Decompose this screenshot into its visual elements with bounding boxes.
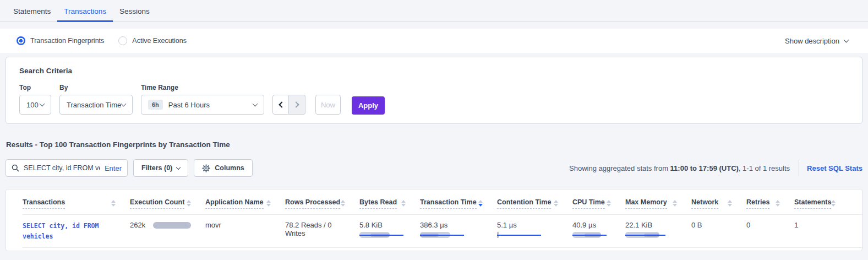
apply-button[interactable]: Apply — [352, 96, 385, 115]
search-enter-button[interactable]: Enter — [105, 164, 122, 172]
sort-icon[interactable] — [187, 200, 191, 207]
search-criteria-title: Search Criteria — [19, 67, 849, 75]
table-header-row: Transactions Execution Count Application… — [23, 192, 862, 209]
time-range-badge: 6h — [148, 100, 163, 110]
sort-icon-active-desc[interactable] — [478, 200, 483, 207]
column-header-application-name[interactable]: Application Name — [205, 198, 285, 209]
transaction-time-bar — [420, 232, 464, 239]
stats-time-range: 11:00 to 17:59 (UTC) — [670, 164, 739, 172]
sort-icon[interactable] — [728, 200, 732, 207]
transaction-fingerprint-link[interactable]: SELECT city, id FROM vehicles — [23, 221, 116, 242]
execution-count-bar — [153, 222, 191, 229]
filters-label: Filters (0) — [141, 164, 172, 172]
top-select[interactable]: 100 — [19, 95, 51, 115]
column-header-statements[interactable]: Statements — [794, 198, 849, 209]
sort-icon[interactable] — [673, 200, 677, 207]
statements-value: 1 — [794, 221, 849, 229]
previous-time-range-button[interactable] — [272, 95, 289, 115]
divider — [799, 160, 799, 176]
statement-search-box[interactable]: Enter — [6, 159, 128, 177]
sort-icon[interactable] — [111, 200, 116, 207]
cpu-time-bar — [572, 232, 616, 239]
cpu-time-value: 40.9 µs — [572, 221, 611, 229]
columns-label: Columns — [215, 164, 244, 172]
sort-icon[interactable] — [401, 200, 406, 207]
sort-icon[interactable] — [341, 200, 345, 207]
max-memory-value: 22.1 KiB — [625, 221, 677, 229]
search-input[interactable] — [24, 164, 100, 172]
tab-statements[interactable]: Statements — [7, 2, 57, 22]
column-header-rows-processed[interactable]: Rows Processed — [285, 198, 359, 209]
search-icon — [12, 164, 19, 172]
by-label: By — [59, 84, 133, 91]
column-header-transactions[interactable]: Transactions — [23, 198, 130, 209]
results-controls: Enter Filters (0) Columns Showing aggreg… — [0, 159, 868, 177]
transaction-time-value: 386.3 µs — [420, 221, 483, 229]
by-select-value: Transaction Time — [67, 101, 121, 109]
time-range-label: Time Range — [141, 84, 264, 91]
column-header-network[interactable]: Network — [691, 198, 746, 209]
max-memory-bar — [625, 232, 669, 239]
time-range-pager — [272, 95, 305, 115]
sort-icon[interactable] — [554, 200, 558, 207]
sort-icon[interactable] — [607, 200, 611, 207]
filters-button[interactable]: Filters (0) — [133, 159, 188, 177]
sort-icon[interactable] — [776, 200, 780, 207]
column-header-cpu-time[interactable]: CPU Time — [572, 198, 625, 209]
chevron-left-icon — [279, 101, 285, 107]
radio-transaction-fingerprints[interactable]: Transaction Fingerprints — [17, 36, 104, 45]
sort-icon[interactable] — [266, 200, 271, 207]
bytes-read-value: 5.8 KiB — [359, 221, 406, 229]
radio-selected-icon — [17, 36, 25, 45]
column-header-execution-count[interactable]: Execution Count — [130, 198, 205, 209]
results-heading: Results - Top 100 Transaction Fingerprin… — [6, 140, 868, 149]
time-range-select[interactable]: 6h Past 6 Hours — [141, 95, 264, 115]
chevron-down-icon — [40, 101, 45, 106]
column-header-max-memory[interactable]: Max Memory — [625, 198, 691, 209]
page-tabs: Statements Transactions Sessions — [0, 0, 868, 22]
contention-time-bar — [497, 232, 541, 239]
contention-time-value: 5.1 µs — [497, 221, 558, 229]
radio-active-executions[interactable]: Active Executions — [118, 36, 187, 45]
by-select[interactable]: Transaction Time — [59, 95, 133, 115]
gear-icon — [202, 164, 210, 172]
column-header-transaction-time[interactable]: Transaction Time — [420, 198, 497, 209]
transactions-table: Transactions Execution Count Application… — [6, 189, 862, 251]
table-row: SELECT city, id FROM vehicles 262k movr … — [23, 214, 862, 248]
top-label: Top — [19, 84, 51, 91]
retries-value: 0 — [746, 221, 794, 229]
sort-icon[interactable] — [831, 200, 836, 207]
bytes-read-bar — [359, 232, 403, 239]
column-header-retries[interactable]: Retries — [746, 198, 794, 209]
tab-transactions[interactable]: Transactions — [57, 2, 113, 22]
aggregated-stats-note: Showing aggregated stats from 11:00 to 1… — [569, 164, 790, 172]
chevron-down-icon — [121, 101, 127, 106]
time-range-value: Past 6 Hours — [168, 101, 210, 109]
radio-label: Transaction Fingerprints — [30, 37, 104, 45]
next-time-range-button[interactable] — [289, 95, 305, 115]
application-name-value: movr — [205, 221, 285, 229]
network-value: 0 B — [691, 221, 746, 229]
chevron-down-icon — [253, 101, 258, 106]
search-criteria-card: Search Criteria Top 100 By Transaction T… — [6, 57, 862, 124]
columns-button[interactable]: Columns — [194, 159, 252, 177]
now-button[interactable]: Now — [315, 95, 341, 115]
view-mode-strip: Transaction Fingerprints Active Executio… — [0, 29, 868, 53]
radio-unselected-icon — [118, 36, 127, 45]
tab-sessions[interactable]: Sessions — [113, 2, 156, 22]
execution-count-value: 262k — [130, 221, 145, 229]
chevron-down-icon — [844, 37, 849, 42]
radio-label: Active Executions — [132, 37, 187, 45]
column-header-bytes-read[interactable]: Bytes Read — [359, 198, 420, 209]
rows-processed-value: 78.2 Reads / 0 Writes — [285, 221, 359, 237]
column-header-contention-time[interactable]: Contention Time — [497, 198, 572, 209]
show-description-label: Show description — [785, 37, 839, 45]
show-description-toggle[interactable]: Show description — [785, 37, 848, 45]
chevron-right-icon — [293, 101, 299, 107]
top-select-value: 100 — [26, 101, 39, 109]
chevron-down-icon — [176, 165, 181, 169]
transactions-page: Statements Transactions Sessions Transac… — [0, 0, 868, 260]
reset-sql-stats-link[interactable]: Reset SQL Stats — [807, 164, 862, 172]
